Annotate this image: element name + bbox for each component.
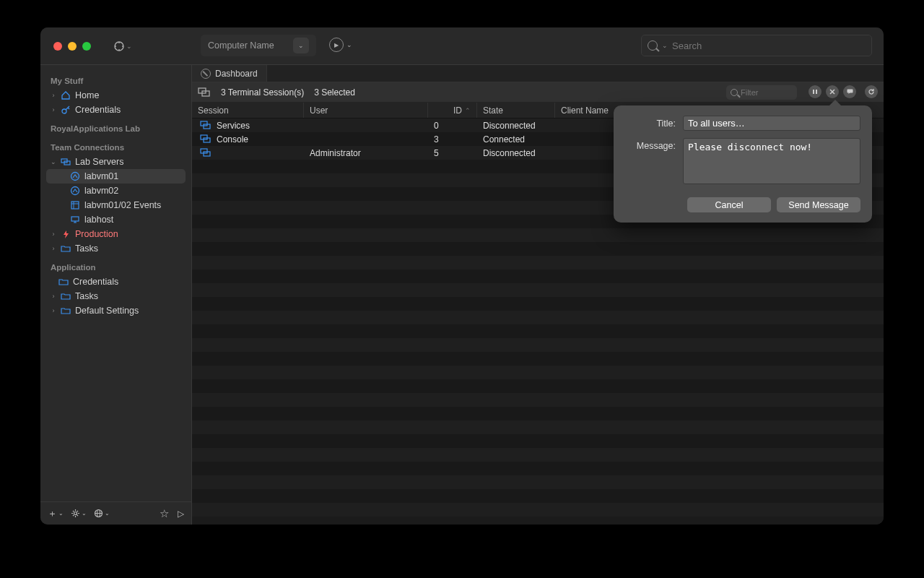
host-icon <box>69 214 81 225</box>
sidebar-item-production[interactable]: › Production <box>40 227 191 241</box>
bolt-icon <box>60 228 71 240</box>
svg-rect-14 <box>816 90 817 94</box>
svg-rect-15 <box>847 90 853 93</box>
column-state[interactable]: State <box>477 103 555 118</box>
sidebar-section-application: Application <box>40 256 191 275</box>
search-icon <box>731 89 738 96</box>
tab-strip: Dashboard <box>192 65 884 82</box>
sidebar-item-credentials[interactable]: › Credentials <box>40 103 191 117</box>
sidebar-item-label: Credentials <box>73 277 118 287</box>
server-group-icon <box>60 156 71 168</box>
sidebar-item-lab-servers[interactable]: ⌄ Lab Servers <box>40 155 191 169</box>
chevron-down-icon: ⌄ <box>293 38 309 53</box>
session-icon <box>198 121 214 131</box>
search-icon <box>648 40 658 51</box>
target-icon[interactable]: ⌄ <box>113 38 133 54</box>
dashboard-icon <box>201 69 211 79</box>
pause-action[interactable] <box>808 85 821 98</box>
events-icon <box>69 199 81 211</box>
sidebar-item-label: Default Settings <box>75 306 139 316</box>
sidebar-section-my-stuff: My Stuff <box>40 69 191 88</box>
filter-field[interactable] <box>726 85 797 100</box>
session-count-label: 3 Terminal Session(s) <box>221 87 304 98</box>
connection-icon <box>69 185 81 197</box>
sidebar-item-label: labvm02 <box>84 186 118 196</box>
folder-icon <box>58 276 69 288</box>
popover-title-input[interactable] <box>683 116 860 131</box>
message-action[interactable] <box>843 85 856 98</box>
send-message-button[interactable]: Send Message <box>777 197 860 212</box>
cell-id: 5 <box>434 148 439 158</box>
refresh-action[interactable] <box>865 85 878 98</box>
cell-state: Disconnected <box>483 121 536 131</box>
filter-input[interactable] <box>741 88 784 97</box>
cell-user: Administrator <box>310 148 361 158</box>
sidebar-section-royalapps: RoyalApplications Lab <box>40 117 191 136</box>
computer-name-placeholder: Computer Name <box>208 35 274 56</box>
sidebar-item-home[interactable]: › Home <box>40 88 191 103</box>
folder-icon <box>60 290 71 302</box>
svg-rect-7 <box>71 217 79 221</box>
search-input[interactable] <box>672 40 866 51</box>
folder-icon <box>60 305 71 316</box>
sidebar-item-label: Lab Servers <box>75 157 123 167</box>
cell-session: Console <box>217 134 248 144</box>
disconnect-action[interactable] <box>826 85 839 98</box>
main-content: Dashboard 3 Terminal Session(s) 3 Select… <box>192 65 884 525</box>
sidebar-item-labvm02[interactable]: labvm02 <box>40 184 191 198</box>
chevron-down-icon: ⌄ <box>346 41 352 48</box>
globe-icon[interactable]: ⌄ <box>94 507 110 520</box>
session-icon <box>198 148 214 158</box>
sidebar-item-app-tasks[interactable]: › Tasks <box>40 289 191 303</box>
chevron-right-icon: › <box>51 245 56 252</box>
key-icon <box>60 104 71 116</box>
maximize-window-button[interactable] <box>82 42 91 51</box>
action-row <box>808 85 878 98</box>
sidebar-item-labvm01[interactable]: labvm01 <box>46 169 186 184</box>
sort-asc-icon: ⌃ <box>465 107 471 114</box>
sidebar-item-label: labhost <box>84 215 113 225</box>
chevron-down-icon: ⌄ <box>51 158 56 165</box>
column-id[interactable]: ID⌃ <box>428 103 477 118</box>
cell-session: Services <box>217 121 250 131</box>
tab-label: Dashboard <box>215 69 258 79</box>
titlebar: ⌄ Computer Name ⌄ ▶ ⌄ ⌄ <box>40 27 884 65</box>
chevron-right-icon: › <box>51 307 56 314</box>
sidebar-item-app-credentials[interactable]: Credentials <box>40 275 191 289</box>
folder-icon <box>60 243 71 254</box>
cell-state: Connected <box>483 134 525 144</box>
sidebar: My Stuff › Home › Credentials RoyalAppli… <box>40 65 192 525</box>
svg-point-8 <box>74 512 77 515</box>
chevron-down-icon: ⌄ <box>662 42 668 49</box>
play-icon[interactable]: ▷ <box>178 507 184 520</box>
popover-title-label: Title: <box>625 116 676 129</box>
sidebar-item-label: labvm01/02 Events <box>84 200 161 210</box>
computer-name-selector[interactable]: Computer Name ⌄ <box>201 35 316 56</box>
cell-state: Disconnected <box>483 148 536 158</box>
star-icon[interactable]: ☆ <box>160 507 169 520</box>
popover-message-label: Message: <box>625 138 676 151</box>
sidebar-item-default-settings[interactable]: › Default Settings <box>40 303 191 318</box>
add-button[interactable]: ＋⌄ <box>48 507 64 520</box>
window-controls <box>40 42 91 51</box>
tab-dashboard[interactable]: Dashboard <box>192 65 267 82</box>
column-user[interactable]: User <box>304 103 428 118</box>
play-dropdown[interactable]: ▶ ⌄ <box>329 38 352 52</box>
session-icon <box>198 134 214 144</box>
gear-icon[interactable]: ⌄ <box>71 507 87 520</box>
cancel-button[interactable]: Cancel <box>687 197 771 212</box>
chevron-right-icon: › <box>51 293 56 300</box>
popover-message-input[interactable] <box>683 138 860 184</box>
svg-rect-6 <box>71 202 79 209</box>
close-window-button[interactable] <box>53 42 62 51</box>
sidebar-item-labhost[interactable]: labhost <box>40 212 191 227</box>
sidebar-item-label: labvm01 <box>84 171 118 181</box>
chevron-right-icon: › <box>51 92 56 99</box>
minimize-window-button[interactable] <box>68 42 77 51</box>
column-session[interactable]: Session <box>192 103 304 118</box>
search-field[interactable]: ⌄ <box>641 35 872 56</box>
app-window: ⌄ Computer Name ⌄ ▶ ⌄ ⌄ My Stuff › <box>40 27 884 525</box>
sidebar-item-labvm-events[interactable]: labvm01/02 Events <box>40 198 191 212</box>
connection-icon <box>69 171 81 182</box>
sidebar-item-tasks-team[interactable]: › Tasks <box>40 241 191 256</box>
